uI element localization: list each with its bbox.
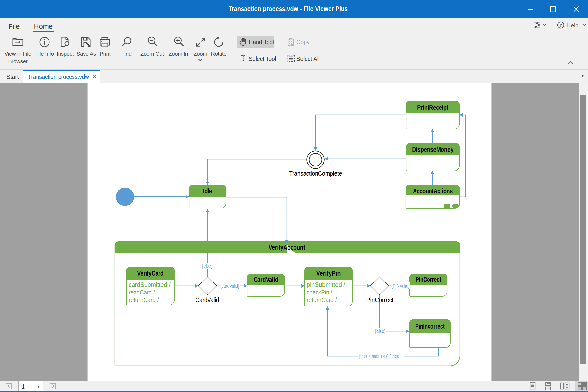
- svg-text:Idle: Idle: [203, 188, 212, 195]
- svg-text:[tries < maxTries] / tries++: [tries < maxTries] / tries++: [360, 354, 403, 359]
- svg-text:PrintReceipt: PrintReceipt: [417, 104, 448, 111]
- svg-text:cardSubmitted /: cardSubmitted /: [128, 281, 171, 288]
- svg-text:CardValid: CardValid: [254, 276, 278, 283]
- svg-text:CardValid: CardValid: [196, 296, 219, 304]
- svg-text:DispenseMoney: DispenseMoney: [412, 146, 454, 153]
- svg-text:[PINValid]: [PINValid]: [392, 283, 410, 288]
- svg-text:[cardValid]: [cardValid]: [220, 283, 239, 288]
- svg-text:VerifyPin: VerifyPin: [316, 270, 341, 277]
- svg-text:checkPin /: checkPin /: [307, 288, 332, 296]
- svg-text:readCard /: readCard /: [128, 288, 155, 296]
- svg-text:VerifyAccount: VerifyAccount: [269, 244, 305, 251]
- svg-text:AccountActions: AccountActions: [413, 188, 453, 195]
- svg-text:pinSubmitted /: pinSubmitted /: [307, 281, 346, 288]
- svg-text:PinIncorrect: PinIncorrect: [415, 323, 445, 330]
- svg-text:TransactionComplete: TransactionComplete: [289, 170, 342, 177]
- svg-text:?: ?: [560, 23, 562, 28]
- svg-text:[else]: [else]: [375, 328, 386, 334]
- svg-text:returnCard /: returnCard /: [307, 296, 337, 304]
- svg-text:returnCard /: returnCard /: [128, 296, 159, 304]
- svg-text:[else]: [else]: [202, 263, 212, 268]
- svg-text:PinCorrect: PinCorrect: [366, 296, 394, 304]
- svg-text:VerifyCard: VerifyCard: [137, 270, 164, 277]
- svg-text:PinCorrect: PinCorrect: [416, 276, 441, 283]
